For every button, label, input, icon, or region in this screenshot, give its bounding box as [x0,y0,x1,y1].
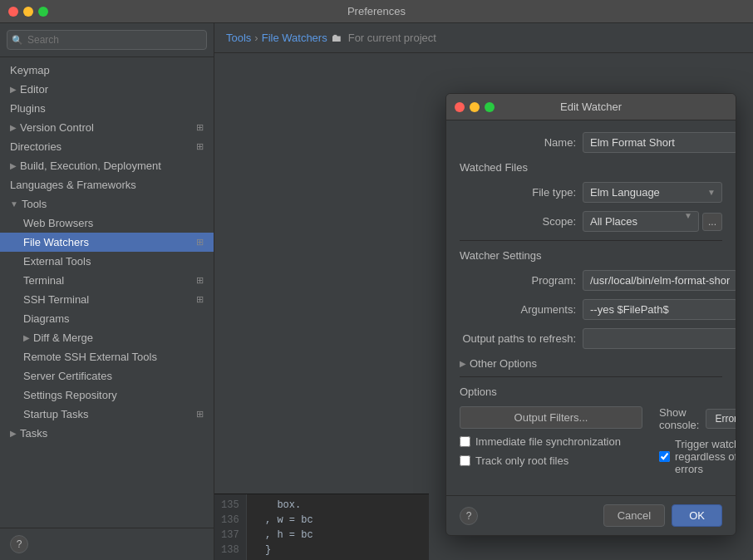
dialog-close-button[interactable] [455,102,465,112]
panel-body: Edit Watcher Name: Watched Files [214,53,753,560]
search-container: 🔍 [0,23,214,57]
sidebar-item-web-browsers[interactable]: Web Browsers [0,214,214,233]
close-button[interactable] [8,7,18,17]
dialog-help-button[interactable]: ? [460,507,478,525]
line-num-138: 138 [221,543,239,558]
watcher-settings-title: Watcher Settings [460,249,722,262]
file-type-row: File type: Elm Language ▼ [460,182,722,203]
sidebar-item-diff-merge[interactable]: ▶ Diff & Merge [0,328,214,347]
other-options-label: Other Options [470,357,537,370]
arrow-icon: ▼ [10,199,18,209]
immediate-sync-label: Immediate file synchronization [475,435,621,448]
sidebar-item-file-watchers[interactable]: File Watchers ⊞ [0,233,214,252]
ok-button[interactable]: OK [672,504,722,527]
sidebar-help-button[interactable]: ? [10,535,28,553]
scope-select[interactable]: All Places [583,211,699,232]
sidebar-item-tools[interactable]: ▼ Tools [0,194,214,214]
sidebar-item-external-tools[interactable]: External Tools [0,252,214,271]
program-label: Program: [460,274,576,287]
trigger-watcher-checkbox[interactable] [659,451,670,462]
cancel-button[interactable]: Cancel [603,504,665,527]
panel-header: Tools › File Watchers 🖿 For current proj… [214,23,753,53]
options-title: Options [460,386,722,398]
sidebar-item-directories[interactable]: Directories ⊞ [0,137,214,156]
dir-badge: ⊞ [196,141,204,152]
fw-badge: ⊞ [196,237,204,248]
sidebar-item-languages-frameworks[interactable]: Languages & Frameworks [0,175,214,194]
show-console-label: Show console: [659,406,699,431]
arrow-icon: ▶ [10,85,17,94]
show-console-select[interactable]: Error Always Never [706,409,736,429]
track-root-label: Track only root files [475,454,568,467]
dialog-window-controls [455,102,495,112]
sidebar-item-terminal[interactable]: Terminal ⊞ [0,271,214,290]
title-bar: Preferences [0,0,753,23]
vcs-badge: ⊞ [196,122,204,133]
sidebar-item-version-control[interactable]: ▶ Version Control ⊞ [0,118,214,137]
program-input[interactable] [583,270,736,291]
dialog-maximize-button[interactable] [485,102,495,112]
sidebar-nav: Keymap ▶ Editor Plugins ▶ Version Contro… [0,57,214,528]
other-options-arrow-icon: ▶ [460,359,466,368]
line-numbers: 135 136 137 138 [214,494,247,560]
arguments-input[interactable] [583,299,736,320]
sidebar-item-settings-repository[interactable]: Settings Repository [0,386,214,405]
dialog-minimize-button[interactable] [470,102,480,112]
scope-select-wrapper: All Places ▼ ... [583,211,722,232]
dialog-footer: ? Cancel OK [446,495,736,535]
scope-select-container: All Places ▼ [583,211,699,232]
scope-more-button[interactable]: ... [702,213,722,231]
ssh-badge: ⊞ [196,294,204,305]
file-type-label: File type: [460,186,576,199]
panel-subtitle: For current project [348,32,436,44]
maximize-button[interactable] [38,7,48,17]
output-filters-button[interactable]: Output Filters... [460,406,642,429]
options-content: Output Filters... Immediate file synchro… [460,406,722,475]
line-num-137: 137 [221,528,239,543]
dialog-titlebar: Edit Watcher [446,94,736,120]
search-wrapper: 🔍 [7,30,207,50]
sidebar-item-build-execution[interactable]: ▶ Build, Execution, Deployment [0,156,214,175]
arrow-icon: ▶ [10,429,17,438]
dialog-title: Edit Watcher [560,101,622,113]
line-num-135: 135 [221,498,239,513]
term-badge: ⊞ [196,275,204,286]
sidebar-item-startup-tasks[interactable]: Startup Tasks ⊞ [0,405,214,424]
trigger-watcher-label: Trigger watcher regardless of syntax err… [675,438,736,475]
immediate-sync-checkbox[interactable] [460,436,470,447]
dialog-body: Name: Watched Files File type: Elm [446,120,736,495]
sidebar-item-remote-ssh[interactable]: Remote SSH External Tools [0,347,214,366]
footer-right: Cancel OK [603,504,722,527]
sidebar: 🔍 Keymap ▶ Editor Plugins [0,23,214,560]
sidebar-item-ssh-terminal[interactable]: SSH Terminal ⊞ [0,290,214,309]
code-token: , w = bc [265,514,313,526]
st-badge: ⊞ [196,409,204,420]
sidebar-item-editor[interactable]: ▶ Editor [0,80,214,99]
minimize-button[interactable] [23,7,33,17]
output-paths-input[interactable] [583,328,736,349]
sidebar-footer: ? [0,528,214,560]
file-type-select-wrapper: Elm Language ▼ [583,182,722,203]
code-token: } [265,544,271,556]
sidebar-item-tasks[interactable]: ▶ Tasks [0,424,214,443]
breadcrumb-file-watchers[interactable]: File Watchers [262,32,327,44]
file-type-select[interactable]: Elm Language [583,182,722,203]
search-input[interactable] [7,30,207,50]
breadcrumb-tools[interactable]: Tools [226,32,251,44]
sidebar-item-server-certificates[interactable]: Server Certificates [0,366,214,386]
arguments-input-group: ⊞ Insert macro... [583,299,736,320]
sidebar-item-plugins[interactable]: Plugins [0,99,214,118]
sidebar-item-keymap[interactable]: Keymap [0,61,214,80]
arrow-icon: ▶ [10,161,17,170]
scope-row: Scope: All Places ▼ ... [460,211,722,232]
name-row: Name: [460,132,722,153]
sidebar-item-diagrams[interactable]: Diagrams [0,309,214,328]
window-title: Preferences [347,5,406,17]
options-right-column: Show console: Error Always Never ▼ [659,406,736,475]
other-options-toggle[interactable]: ▶ Other Options [460,357,722,370]
output-paths-row: Output paths to refresh: Insert macro... [460,328,722,349]
divider [460,240,722,241]
arrow-icon: ▶ [23,333,30,342]
track-root-checkbox[interactable] [460,455,470,466]
name-input[interactable] [583,132,736,153]
